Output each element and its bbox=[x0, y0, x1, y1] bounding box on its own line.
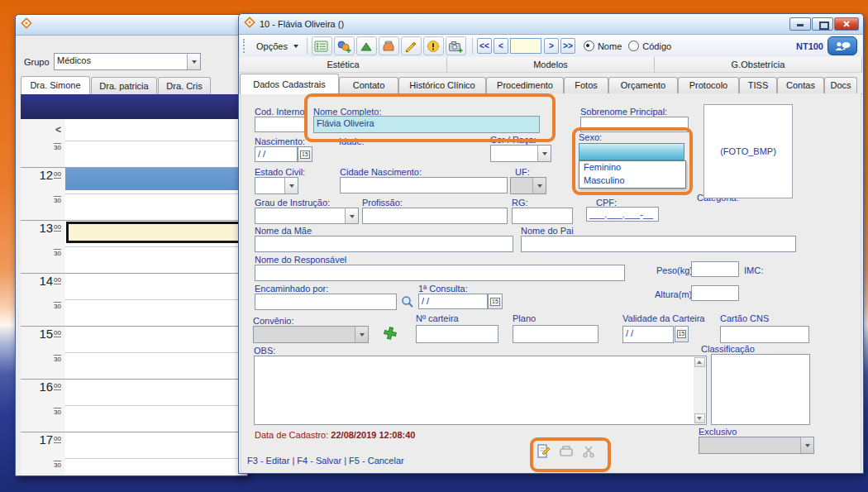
scroll-up-icon[interactable] bbox=[694, 357, 705, 367]
primeira-consulta-field[interactable]: / / bbox=[418, 294, 488, 309]
nav-last-button[interactable]: >> bbox=[560, 38, 575, 54]
schedule-slot-1200[interactable]: 1200 bbox=[21, 167, 247, 193]
tab-protocolo[interactable]: Protocolo bbox=[678, 77, 739, 93]
schedule-slot-1400[interactable]: 1400 bbox=[21, 273, 247, 299]
estado-civil-select[interactable] bbox=[255, 177, 298, 194]
maximize-button[interactable] bbox=[812, 17, 833, 31]
cod-interno-field[interactable] bbox=[255, 117, 306, 132]
option-masculino[interactable]: Masculino bbox=[579, 174, 685, 188]
schedule-slot-1730[interactable]: 30 bbox=[21, 458, 247, 475]
schedule-lane[interactable] bbox=[65, 299, 247, 326]
schedule-lane[interactable] bbox=[65, 141, 247, 167]
tab-historico-clinico[interactable]: Histórico Clínico bbox=[398, 77, 486, 93]
combo-dropdown-button[interactable] bbox=[537, 146, 551, 161]
toolbar-grip[interactable] bbox=[243, 39, 246, 53]
peso-field[interactable] bbox=[691, 261, 739, 277]
opcoes-menu-button[interactable]: Opções bbox=[252, 39, 303, 54]
profissao-field[interactable] bbox=[362, 208, 508, 224]
validade-calendar-button[interactable]: 15 bbox=[675, 326, 689, 342]
schedule-slot-1300[interactable]: 1300 bbox=[21, 220, 247, 246]
uf-select[interactable] bbox=[510, 177, 546, 194]
option-feminino[interactable]: Feminino bbox=[579, 161, 685, 174]
combo-dropdown-button[interactable] bbox=[800, 437, 813, 453]
nascimento-calendar-button[interactable]: 15 bbox=[298, 146, 312, 162]
altura-field[interactable] bbox=[691, 285, 739, 301]
search-icon[interactable] bbox=[398, 293, 417, 311]
rg-field[interactable] bbox=[512, 208, 573, 224]
scrollbar[interactable] bbox=[694, 357, 705, 423]
schedule-slot-1600[interactable]: 1600 bbox=[21, 379, 247, 405]
schedule-slot-1630[interactable]: 30 bbox=[21, 405, 247, 432]
tab-dra-cris[interactable]: Dra. Cris bbox=[158, 77, 211, 94]
cancel-record-icon[interactable] bbox=[579, 442, 598, 460]
tab-gobstetricia[interactable]: G.Obstetrícia bbox=[655, 57, 862, 73]
tab-dados-cadastrais[interactable]: Dados Cadastrais bbox=[240, 74, 339, 94]
nome-pai-field[interactable] bbox=[521, 236, 796, 252]
plano-field[interactable] bbox=[513, 325, 599, 343]
obs-textarea[interactable] bbox=[254, 356, 707, 425]
triangle-up-icon[interactable] bbox=[356, 36, 377, 55]
schedule-lane[interactable] bbox=[65, 380, 247, 405]
nome-responsavel-field[interactable] bbox=[255, 265, 625, 281]
tab-modelos[interactable]: Modelos bbox=[447, 57, 655, 73]
tab-orcamento[interactable]: Orçamento bbox=[608, 77, 678, 93]
tab-dra-patricia[interactable]: Dra. patricia bbox=[91, 77, 157, 94]
save-record-icon[interactable] bbox=[557, 442, 575, 460]
tab-dra-simone[interactable]: Dra. Simone bbox=[21, 76, 90, 94]
tab-docs[interactable]: Docs bbox=[824, 77, 857, 93]
sexo-select[interactable] bbox=[579, 143, 684, 160]
cpf-field[interactable]: ___.___.___-__ bbox=[586, 207, 659, 222]
tab-estetica[interactable]: Estética bbox=[240, 57, 447, 73]
minimize-button[interactable] bbox=[789, 17, 811, 31]
schedule-lane[interactable] bbox=[65, 274, 247, 299]
grupo-select[interactable]: Médicos bbox=[54, 53, 201, 70]
list-icon[interactable] bbox=[312, 36, 332, 55]
consulta-calendar-button[interactable]: 15 bbox=[488, 294, 503, 309]
schedule-slot-1700[interactable]: 1700 bbox=[21, 432, 247, 458]
schedule-slot-1430[interactable]: 30 bbox=[21, 299, 247, 326]
schedule-lane[interactable] bbox=[65, 327, 247, 352]
schedule-lane[interactable] bbox=[65, 352, 247, 379]
nome-completo-field[interactable]: Flávia Oliveira bbox=[313, 116, 540, 133]
user-chat-button[interactable] bbox=[827, 36, 857, 55]
nav-first-button[interactable]: << bbox=[477, 38, 492, 54]
nav-prev-button[interactable]: < bbox=[494, 38, 508, 54]
schedule-lane[interactable] bbox=[65, 246, 247, 273]
schedule-lane[interactable] bbox=[65, 458, 247, 475]
cidade-nascimento-field[interactable] bbox=[340, 177, 508, 193]
sobrenome-field[interactable] bbox=[580, 117, 689, 132]
add-convenio-icon[interactable] bbox=[381, 324, 399, 342]
nascimento-field[interactable]: / / bbox=[255, 146, 298, 162]
cartao-cns-field[interactable] bbox=[720, 326, 809, 343]
pencil-icon[interactable] bbox=[401, 36, 422, 55]
combo-dropdown-button[interactable] bbox=[284, 178, 298, 193]
record-number-input[interactable] bbox=[510, 38, 541, 54]
classificacao-listbox[interactable] bbox=[711, 354, 810, 425]
encaminhado-field[interactable] bbox=[255, 294, 397, 310]
exclusivo-select[interactable] bbox=[699, 437, 814, 454]
schedule-lane-busy[interactable] bbox=[65, 168, 247, 193]
nome-mae-field[interactable] bbox=[255, 236, 513, 252]
schedule-slot-1230[interactable]: 30 bbox=[21, 193, 247, 220]
schedule-lane[interactable] bbox=[65, 405, 247, 432]
combo-dropdown-button[interactable] bbox=[345, 208, 358, 223]
schedule-slot-1500[interactable]: 1500 bbox=[21, 326, 247, 352]
dialog-titlebar[interactable]: 10 - Flávia Oliveira () bbox=[239, 14, 863, 35]
schedule-window-titlebar[interactable] bbox=[16, 15, 247, 36]
schedule-lane[interactable] bbox=[65, 119, 247, 141]
tab-contas[interactable]: Contas bbox=[777, 77, 824, 93]
collapse-gutter-button[interactable]: < bbox=[55, 124, 61, 136]
radio-codigo[interactable] bbox=[628, 41, 639, 51]
tab-tiss[interactable]: TISS bbox=[739, 77, 777, 93]
camera-add-icon[interactable] bbox=[446, 36, 466, 55]
schedule-lane[interactable] bbox=[65, 432, 247, 458]
radio-nome[interactable] bbox=[584, 41, 594, 51]
tab-procedimento[interactable]: Procedimento bbox=[486, 77, 564, 93]
combo-dropdown-button[interactable] bbox=[187, 54, 200, 69]
schedule-slot-1530[interactable]: 30 bbox=[21, 352, 247, 379]
edit-record-icon[interactable] bbox=[534, 442, 552, 460]
schedule-lane[interactable] bbox=[65, 193, 247, 220]
scroll-down-icon[interactable] bbox=[694, 413, 705, 423]
num-carteira-field[interactable] bbox=[416, 325, 498, 343]
schedule-slot-1330[interactable]: 30 bbox=[21, 246, 247, 273]
